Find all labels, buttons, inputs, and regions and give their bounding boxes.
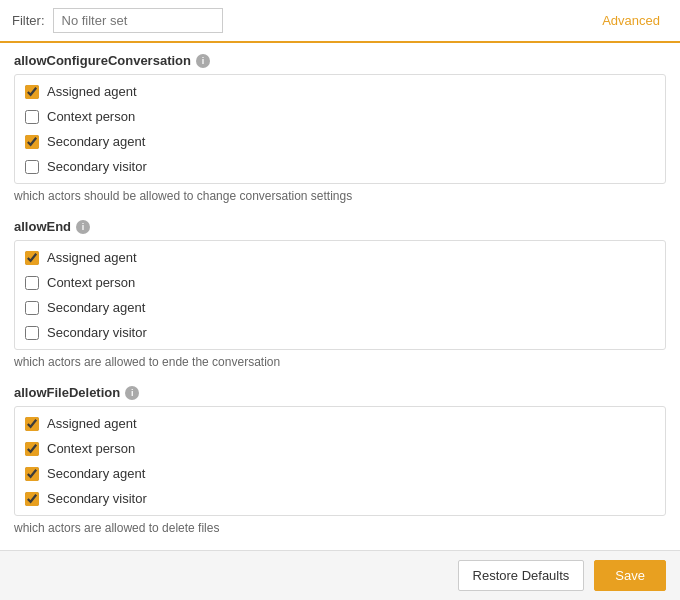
checkbox-group-allowEnd: Assigned agentContext personSecondary ag… — [14, 240, 666, 350]
info-icon-allowConfigureConversation: i — [196, 54, 210, 68]
checkbox-item: Context person — [15, 104, 665, 129]
top-bar: Filter: Advanced — [0, 0, 680, 43]
section-allowConfigureConversation: allowConfigureConversationiAssigned agen… — [14, 53, 666, 203]
section-description-allowEnd: which actors are allowed to ende the con… — [14, 355, 666, 369]
section-description-allowConfigureConversation: which actors should be allowed to change… — [14, 189, 666, 203]
section-title-text-allowConfigureConversation: allowConfigureConversation — [14, 53, 191, 68]
checkbox-label-allowEnd-0: Assigned agent — [47, 250, 137, 265]
section-title-text-allowFileDeletion: allowFileDeletion — [14, 385, 120, 400]
checkbox-label-allowEnd-2: Secondary agent — [47, 300, 145, 315]
checkbox-allowEnd-3[interactable] — [25, 326, 39, 340]
checkbox-item: Assigned agent — [15, 79, 665, 104]
checkbox-label-allowFileDeletion-1: Context person — [47, 441, 135, 456]
checkbox-allowEnd-2[interactable] — [25, 301, 39, 315]
checkbox-allowFileDeletion-3[interactable] — [25, 492, 39, 506]
checkbox-item: Secondary visitor — [15, 486, 665, 511]
checkbox-item: Secondary visitor — [15, 320, 665, 345]
section-title-allowEnd: allowEndi — [14, 219, 666, 234]
restore-defaults-button[interactable]: Restore Defaults — [458, 560, 585, 591]
section-title-allowFileDeletion: allowFileDeletioni — [14, 385, 666, 400]
checkbox-label-allowConfigureConversation-0: Assigned agent — [47, 84, 137, 99]
checkbox-label-allowConfigureConversation-1: Context person — [47, 109, 135, 124]
section-allowFileDeletion: allowFileDeletioniAssigned agentContext … — [14, 385, 666, 535]
checkbox-label-allowFileDeletion-3: Secondary visitor — [47, 491, 147, 506]
main-content: allowConfigureConversationiAssigned agen… — [0, 43, 680, 543]
checkbox-item: Assigned agent — [15, 411, 665, 436]
checkbox-allowConfigureConversation-0[interactable] — [25, 85, 39, 99]
info-icon-allowEnd: i — [76, 220, 90, 234]
checkbox-item: Context person — [15, 270, 665, 295]
checkbox-allowConfigureConversation-3[interactable] — [25, 160, 39, 174]
checkbox-allowFileDeletion-0[interactable] — [25, 417, 39, 431]
checkbox-allowConfigureConversation-1[interactable] — [25, 110, 39, 124]
checkbox-item: Assigned agent — [15, 245, 665, 270]
section-title-allowConfigureConversation: allowConfigureConversationi — [14, 53, 666, 68]
section-description-allowFileDeletion: which actors are allowed to delete files — [14, 521, 666, 535]
checkbox-allowConfigureConversation-2[interactable] — [25, 135, 39, 149]
filter-input[interactable] — [53, 8, 223, 33]
section-allowEnd: allowEndiAssigned agentContext personSec… — [14, 219, 666, 369]
save-button[interactable]: Save — [594, 560, 666, 591]
checkbox-label-allowConfigureConversation-3: Secondary visitor — [47, 159, 147, 174]
checkbox-item: Secondary agent — [15, 129, 665, 154]
footer: Restore Defaults Save — [0, 550, 680, 600]
checkbox-item: Secondary agent — [15, 461, 665, 486]
checkbox-item: Context person — [15, 436, 665, 461]
checkbox-allowFileDeletion-2[interactable] — [25, 467, 39, 481]
checkbox-label-allowConfigureConversation-2: Secondary agent — [47, 134, 145, 149]
info-icon-allowFileDeletion: i — [125, 386, 139, 400]
checkbox-label-allowFileDeletion-2: Secondary agent — [47, 466, 145, 481]
filter-label: Filter: — [12, 13, 45, 28]
checkbox-item: Secondary visitor — [15, 154, 665, 179]
section-title-text-allowEnd: allowEnd — [14, 219, 71, 234]
checkbox-item: Secondary agent — [15, 295, 665, 320]
checkbox-label-allowEnd-3: Secondary visitor — [47, 325, 147, 340]
checkbox-allowFileDeletion-1[interactable] — [25, 442, 39, 456]
advanced-button[interactable]: Advanced — [594, 9, 668, 32]
checkbox-allowEnd-0[interactable] — [25, 251, 39, 265]
checkbox-group-allowFileDeletion: Assigned agentContext personSecondary ag… — [14, 406, 666, 516]
checkbox-group-allowConfigureConversation: Assigned agentContext personSecondary ag… — [14, 74, 666, 184]
checkbox-allowEnd-1[interactable] — [25, 276, 39, 290]
checkbox-label-allowFileDeletion-0: Assigned agent — [47, 416, 137, 431]
checkbox-label-allowEnd-1: Context person — [47, 275, 135, 290]
